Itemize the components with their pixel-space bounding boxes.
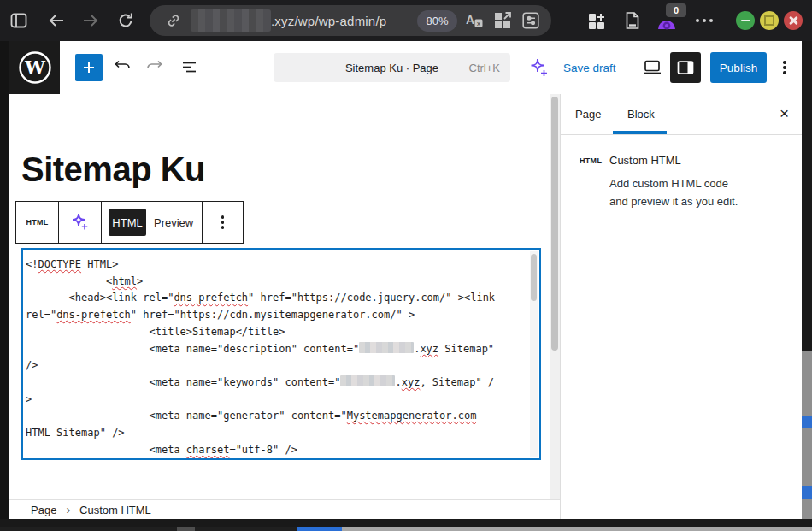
page-title[interactable]: Sitemap Ku: [21, 150, 205, 189]
translate-icon[interactable]: A x: [466, 12, 483, 29]
redo-icon[interactable]: [144, 57, 164, 78]
window-bottom-edge: [0, 519, 812, 527]
background-window-fragment: [802, 486, 812, 499]
custom-html-block-icon: HTML: [580, 156, 602, 165]
custom-html-code-editor[interactable]: <!DOCTYPE HTML> <html> <head><link rel="…: [21, 248, 541, 460]
editor-options-icon[interactable]: [774, 57, 795, 78]
command-shortcut: Ctrl+K: [469, 62, 500, 74]
preview-mode-tab[interactable]: Preview: [154, 216, 193, 229]
code-line[interactable]: <meta charset="utf-8" />: [26, 442, 526, 459]
taskbar-fragment: [342, 527, 812, 531]
taskbar-fragment: [195, 527, 297, 531]
code-line[interactable]: <meta name="keywords" content=".xyz, Sit…: [26, 375, 526, 392]
tab-block[interactable]: Block: [627, 94, 655, 134]
block-type-button[interactable]: HTML: [16, 202, 59, 243]
address-bar[interactable]: .xyz/wp/wp-admin/p 80% A x: [150, 5, 551, 36]
sparkle-icon: [70, 212, 91, 233]
close-icon[interactable]: ×: [780, 103, 789, 125]
code-line[interactable]: HTML Sitemap" />: [26, 425, 526, 442]
save-draft-button[interactable]: Save draft: [563, 41, 616, 94]
code-line[interactable]: <html>: [26, 274, 526, 291]
block-ai-button[interactable]: [59, 202, 102, 243]
code-redacted-blur: [359, 342, 414, 353]
block-toolbar: HTML HTML Preview: [15, 201, 244, 244]
code-scrollbar[interactable]: [530, 251, 538, 457]
document-title-pill: Sitemap Ku · Page: [345, 62, 438, 74]
taskbar-fragment: [177, 527, 195, 531]
split-screen-icon[interactable]: [494, 12, 511, 29]
mode-switcher: HTML Preview: [102, 202, 203, 243]
settings-sidebar: Page Block × HTML Custom HTML Add custom…: [560, 94, 802, 519]
tune-settings-icon[interactable]: [522, 12, 539, 29]
preview-icon[interactable]: [642, 57, 662, 78]
taskbar-fragment: [297, 527, 342, 531]
code-line[interactable]: />: [26, 357, 526, 375]
code-scrollbar-thumb[interactable]: [531, 254, 537, 301]
settings-panel-toggle[interactable]: [670, 52, 701, 83]
ai-assistant-icon[interactable]: [528, 57, 550, 80]
block-options-button[interactable]: [203, 202, 243, 243]
browser-menu-icon[interactable]: [696, 12, 713, 29]
editor-header: W Sitemap Ku · Page Ctrl+K Save draft Pu…: [9, 41, 802, 95]
refresh-icon[interactable]: [116, 11, 135, 30]
browser-toolbar: .xyz/wp/wp-admin/p 80% A x 0: [0, 0, 812, 42]
document-overview-icon[interactable]: [179, 57, 199, 78]
link-icon: [165, 12, 182, 29]
active-tab-underline: [613, 131, 667, 134]
code-line[interactable]: <meta name="generator" content="Mystemap…: [26, 408, 526, 425]
svg-text:W: W: [24, 56, 45, 78]
block-card-title: Custom HTML: [609, 154, 681, 167]
close-window-button[interactable]: [784, 11, 803, 30]
editor-scrollbar-thumb[interactable]: [551, 97, 558, 351]
zoom-level-badge[interactable]: 80%: [417, 10, 457, 32]
block-type-badge: HTML: [26, 218, 48, 227]
kebab-icon: [221, 221, 224, 223]
block-card-description: Add custom HTML code and preview it as y…: [609, 174, 738, 210]
reading-list-icon[interactable]: [623, 11, 642, 30]
code-line[interactable]: <title>Sitemap</title>: [26, 324, 526, 341]
command-center[interactable]: Sitemap Ku · Page Ctrl+K: [274, 53, 510, 82]
code-redacted-blur: [340, 375, 395, 386]
editor-canvas: Sitemap Ku HTML HTML Preview <!DOCTYPE H…: [9, 94, 550, 499]
code-lines: <!DOCTYPE HTML> <html> <head><link rel="…: [26, 257, 526, 458]
url-text: .xyz/wp/wp-admin/p: [271, 14, 386, 28]
apps-add-icon[interactable]: [587, 12, 606, 31]
breadcrumb-page[interactable]: Page: [31, 504, 56, 516]
minimize-button[interactable]: [736, 11, 755, 30]
code-line[interactable]: <head><link rel="dns-prefetch" href="htt…: [26, 290, 526, 307]
code-line[interactable]: rel="dns-prefetch" href="https://cdn.mys…: [26, 307, 526, 324]
block-inserter-button[interactable]: [75, 54, 103, 81]
window-left-edge: [0, 41, 9, 519]
code-line[interactable]: <meta name="description" content=".xyz S…: [26, 341, 526, 358]
breadcrumb: Page › Custom HTML: [9, 499, 560, 519]
chevron-right-icon: ›: [66, 503, 70, 516]
editor-scrollbar[interactable]: [550, 94, 560, 499]
extension-badge: 0: [666, 3, 686, 17]
sidebar-header: Page Block ×: [561, 94, 802, 135]
publish-button[interactable]: Publish: [710, 52, 767, 83]
back-icon[interactable]: [48, 12, 65, 29]
undo-icon[interactable]: [113, 57, 133, 78]
code-line[interactable]: >: [26, 392, 526, 409]
breadcrumb-block[interactable]: Custom HTML: [79, 504, 151, 516]
browser-sidebar-icon[interactable]: [10, 12, 27, 29]
taskbar-fragment: [0, 527, 177, 531]
sidebar-panel-icon: [676, 58, 695, 77]
svg-text:x: x: [477, 20, 480, 27]
tab-page[interactable]: Page: [575, 94, 601, 134]
html-mode-tab[interactable]: HTML: [109, 209, 146, 236]
code-line[interactable]: <!DOCTYPE HTML>: [26, 257, 526, 274]
forward-icon[interactable]: [82, 12, 99, 29]
svg-text:A: A: [466, 13, 474, 27]
wordpress-logo[interactable]: W: [9, 41, 60, 94]
url-redacted-blur: [191, 9, 271, 32]
maximize-button[interactable]: [760, 11, 779, 30]
background-window-fragment: [802, 416, 812, 428]
